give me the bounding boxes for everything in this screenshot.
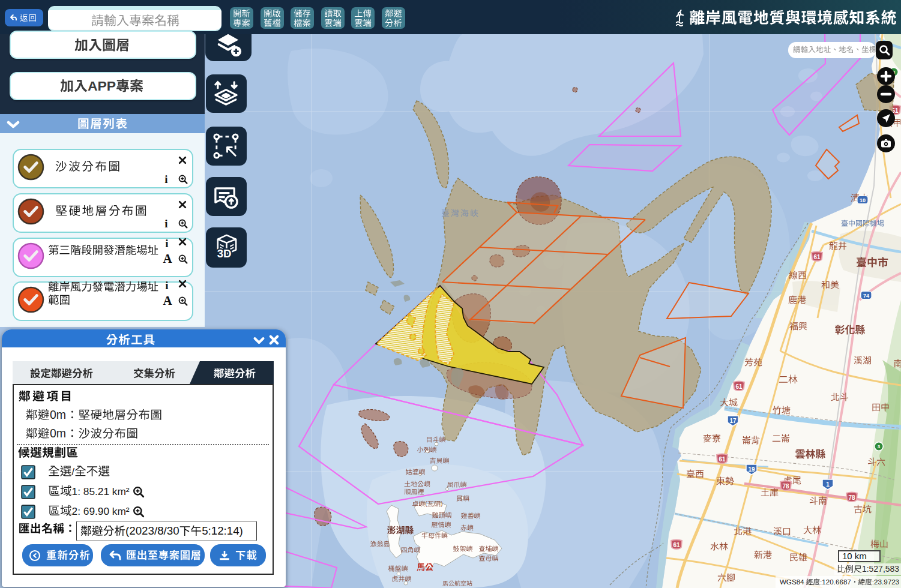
svg-text:1: 85.21 km²: 1: 85.21 km² (72, 485, 130, 497)
svg-text:78: 78 (782, 483, 789, 490)
svg-text:(2023/8/30: (2023/8/30 (125, 525, 179, 537)
svg-text:i: i (164, 218, 167, 230)
svg-text:0m: 0m (50, 427, 66, 440)
svg-text:APP: APP (88, 79, 116, 94)
svg-text:19: 19 (748, 466, 755, 473)
svg-text::23.9723: :23.9723 (872, 578, 899, 586)
svg-text:2: 69.90 km²: 2: 69.90 km² (72, 505, 130, 517)
svg-text:61: 61 (735, 383, 743, 390)
svg-text:i: i (165, 238, 168, 250)
svg-text:): ) (441, 500, 443, 507)
svg-text:A: A (163, 253, 172, 265)
svg-text:3D: 3D (217, 247, 232, 260)
svg-text:(: ( (425, 500, 427, 507)
svg-text:1:527,583: 1:527,583 (862, 565, 899, 574)
svg-text:5:12:14): 5:12:14) (202, 525, 243, 537)
svg-text:i: i (164, 174, 167, 185)
svg-text::120.6687: :120.6687 (820, 578, 851, 586)
svg-text:1: 1 (826, 481, 830, 488)
svg-text:78: 78 (848, 494, 855, 501)
svg-text:i: i (165, 280, 168, 292)
svg-text:61: 61 (719, 456, 726, 463)
svg-text:61: 61 (813, 254, 821, 260)
svg-text:WGS84: WGS84 (780, 578, 804, 586)
svg-text:A: A (163, 295, 172, 307)
svg-text:74: 74 (863, 293, 869, 299)
svg-text:3: 3 (878, 444, 881, 449)
svg-text:10: 10 (860, 197, 866, 203)
svg-text:/: / (71, 466, 74, 478)
svg-text:17: 17 (729, 418, 737, 424)
svg-text:61: 61 (673, 542, 680, 548)
svg-text:0m: 0m (50, 409, 66, 421)
